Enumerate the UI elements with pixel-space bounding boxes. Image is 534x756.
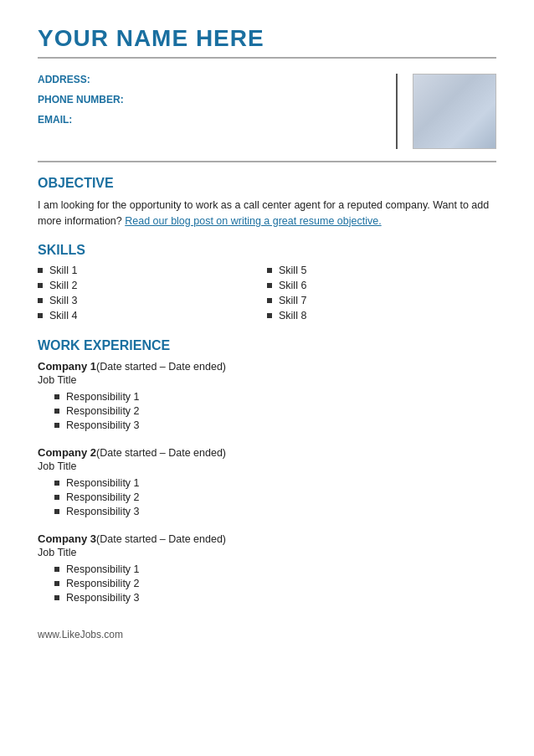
bullet-icon [267, 298, 272, 303]
company-2-line: Company 2(Date started – Date ended) [38, 446, 496, 459]
vertical-divider [396, 74, 398, 149]
contact-info: ADDRESS: PHONE NUMBER: EMAIL: [38, 74, 396, 134]
skill-item: Skill 7 [267, 295, 496, 306]
resume-name: YOUR NAME HERE [38, 25, 496, 52]
bottom-divider [38, 161, 496, 162]
address-row: ADDRESS: [38, 74, 379, 85]
company-1-dates: (Date started – Date ended) [96, 361, 226, 373]
company-2-dates: (Date started – Date ended) [96, 447, 226, 459]
work-experience-section: WORK EXPERIENCE Company 1(Date started –… [38, 338, 496, 604]
company-3-job-title: Job Title [38, 547, 496, 558]
skills-title: SKILLS [38, 243, 496, 258]
objective-title: OBJECTIVE [38, 176, 496, 191]
skills-col-1: Skill 1 Skill 2 Skill 3 Skill 4 [38, 265, 267, 325]
skill-item: Skill 8 [267, 310, 496, 321]
responsibility-item: Responsibility 3 [54, 506, 496, 517]
photo-placeholder [413, 74, 496, 149]
skills-section: SKILLS Skill 1 Skill 2 Skill 3 Skill 4 S… [38, 243, 496, 325]
objective-section: OBJECTIVE I am looking for the opportuni… [38, 176, 496, 229]
responsibility-item: Responsibility 1 [54, 391, 496, 403]
company-1-name: Company 1 [38, 360, 96, 373]
skills-columns: Skill 1 Skill 2 Skill 3 Skill 4 Skill 5 … [38, 265, 496, 325]
objective-text: I am looking for the opportunity to work… [38, 198, 496, 229]
skills-col-2: Skill 5 Skill 6 Skill 7 Skill 8 [267, 265, 496, 325]
responsibility-item: Responsibility 1 [54, 477, 496, 489]
email-label: EMAIL: [38, 114, 72, 126]
bullet-icon [54, 481, 59, 486]
bullet-icon [54, 581, 59, 586]
company-2-responsibilities: Responsibility 1 Responsibility 2 Respon… [38, 477, 496, 517]
bullet-icon [267, 313, 272, 318]
company-3-name: Company 3 [38, 532, 96, 545]
bullet-icon [54, 394, 59, 399]
responsibility-item: Responsibility 3 [54, 592, 496, 604]
skill-item: Skill 1 [38, 265, 267, 276]
company-block-1: Company 1(Date started – Date ended) Job… [38, 360, 496, 431]
responsibility-item: Responsibility 3 [54, 419, 496, 431]
bullet-icon [267, 268, 272, 273]
responsibility-item: Responsibility 2 [54, 405, 496, 417]
work-experience-title: WORK EXPERIENCE [38, 338, 496, 353]
bullet-icon [54, 509, 59, 514]
company-2-job-title: Job Title [38, 460, 496, 472]
company-2-name: Company 2 [38, 446, 96, 459]
bullet-icon [54, 595, 59, 600]
company-block-2: Company 2(Date started – Date ended) Job… [38, 446, 496, 517]
bullet-icon [38, 298, 43, 303]
skill-item: Skill 5 [267, 265, 496, 276]
email-row: EMAIL: [38, 114, 379, 126]
top-divider [38, 57, 496, 59]
address-label: ADDRESS: [38, 74, 90, 85]
bullet-icon [54, 423, 59, 428]
skill-item: Skill 2 [38, 280, 267, 291]
skill-item: Skill 4 [38, 310, 267, 321]
objective-link[interactable]: Read our blog post on writing a great re… [125, 215, 381, 227]
bullet-icon [267, 283, 272, 288]
skill-item: Skill 6 [267, 280, 496, 291]
bullet-icon [38, 313, 43, 318]
header-section: ADDRESS: PHONE NUMBER: EMAIL: [38, 74, 496, 149]
responsibility-item: Responsibility 2 [54, 491, 496, 503]
bullet-icon [38, 268, 43, 273]
footer-url: www.LikeJobs.com [38, 629, 496, 640]
company-1-job-title: Job Title [38, 374, 496, 386]
company-3-line: Company 3(Date started – Date ended) [38, 532, 496, 545]
bullet-icon [54, 495, 59, 500]
company-3-responsibilities: Responsibility 1 Responsibility 2 Respon… [38, 563, 496, 604]
bullet-icon [54, 567, 59, 572]
company-1-responsibilities: Responsibility 1 Responsibility 2 Respon… [38, 391, 496, 431]
phone-row: PHONE NUMBER: [38, 94, 379, 105]
responsibility-item: Responsibility 1 [54, 563, 496, 575]
bullet-icon [38, 283, 43, 288]
company-block-3: Company 3(Date started – Date ended) Job… [38, 532, 496, 604]
skill-item: Skill 3 [38, 295, 267, 306]
company-3-dates: (Date started – Date ended) [96, 533, 226, 545]
company-1-line: Company 1(Date started – Date ended) [38, 360, 496, 373]
phone-label: PHONE NUMBER: [38, 94, 124, 105]
responsibility-item: Responsibility 2 [54, 578, 496, 589]
bullet-icon [54, 409, 59, 414]
